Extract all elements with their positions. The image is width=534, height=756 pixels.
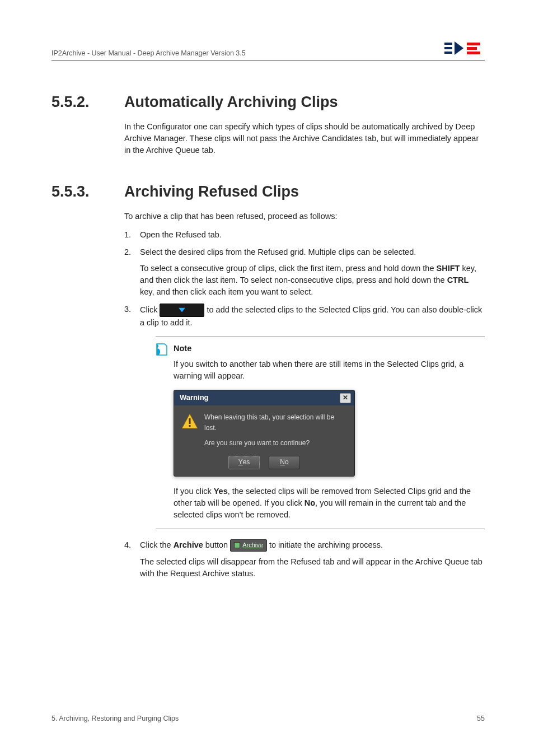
- section-paragraph: In the Configurator one can specify whic…: [124, 121, 485, 156]
- footer-left: 5. Archiving, Restoring and Purging Clip…: [51, 715, 179, 722]
- note-icon: [156, 343, 168, 356]
- note-box: Note If you switch to another tab when t…: [156, 337, 485, 529]
- section-title: Archiving Refused Clips: [124, 183, 485, 200]
- add-down-button-icon: [160, 304, 204, 317]
- ctrl-key: CTRL: [447, 276, 469, 284]
- note-body: If you switch to another tab when there …: [174, 358, 483, 382]
- page-header: IP2Archive - User Manual - Deep Archive …: [51, 39, 485, 61]
- warning-triangle-icon: [181, 412, 199, 430]
- footer-page-number: 55: [477, 715, 485, 722]
- step-2-detail: To select a consecutive group of clips, …: [140, 263, 485, 298]
- close-icon[interactable]: ✕: [340, 393, 351, 403]
- step-text: Open the Refused tab.: [140, 230, 222, 239]
- dialog-title-text: Warning: [180, 393, 209, 403]
- svg-rect-8: [189, 425, 191, 427]
- svg-rect-4: [467, 47, 477, 50]
- svg-rect-5: [477, 43, 480, 45]
- svg-rect-1: [444, 47, 452, 49]
- dialog-text: When leaving this tab, your selection wi…: [204, 412, 348, 449]
- step-2: Select the desired clips from the Refuse…: [124, 246, 485, 298]
- step-1: Open the Refused tab.: [124, 229, 485, 241]
- svg-rect-3: [467, 43, 477, 45]
- note-after: If you click Yes, the selected clips wil…: [174, 486, 483, 521]
- svg-rect-6: [467, 52, 480, 54]
- warning-dialog: Warning ✕: [174, 390, 355, 476]
- svg-rect-2: [444, 52, 452, 54]
- section-5-5-3: 5.5.3. Archiving Refused Clips To archiv…: [51, 183, 485, 585]
- shift-key: SHIFT: [437, 264, 460, 273]
- step-text: Select the desired clips from the Refuse…: [140, 248, 416, 256]
- yes-button[interactable]: Yes: [228, 456, 260, 469]
- note-label: Note: [174, 343, 191, 354]
- page-footer: 5. Archiving, Restoring and Purging Clip…: [51, 715, 485, 722]
- no-button[interactable]: No: [269, 456, 300, 469]
- evs-logo: [444, 39, 485, 57]
- section-number: 5.5.3.: [51, 183, 124, 585]
- svg-rect-7: [189, 418, 191, 424]
- section-title: Automatically Archiving Clips: [124, 94, 485, 111]
- breadcrumb: IP2Archive - User Manual - Deep Archive …: [51, 49, 246, 57]
- archive-button-icon: Archive: [230, 539, 267, 552]
- section-number: 5.5.2.: [51, 94, 124, 163]
- section-5-5-2: 5.5.2. Automatically Archiving Clips In …: [51, 94, 485, 163]
- step-3: Click to add the selected clips to the S…: [124, 304, 485, 529]
- step-4: Click the Archive button Archive to init…: [124, 539, 485, 580]
- step-4-result: The selected clips will disappear from t…: [140, 556, 485, 580]
- svg-rect-0: [444, 43, 452, 45]
- intro-text: To archive a clip that has been refused,…: [124, 211, 485, 222]
